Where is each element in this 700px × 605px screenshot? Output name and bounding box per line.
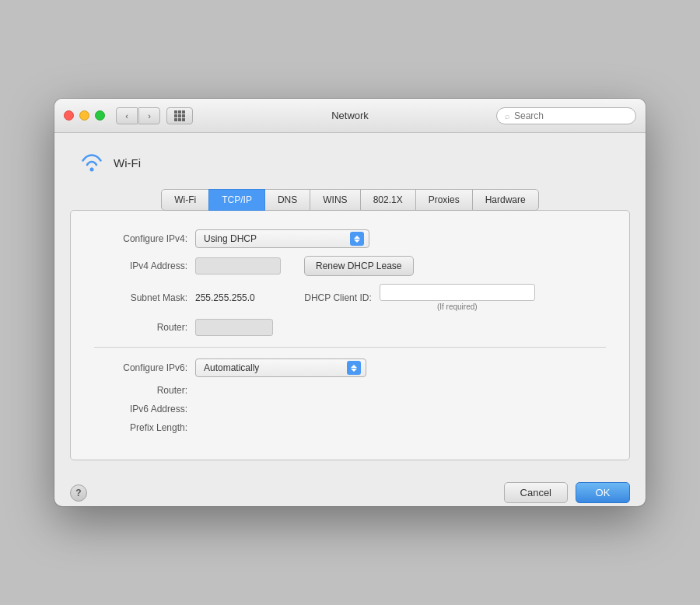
minimize-button[interactable]	[79, 110, 89, 121]
tab-wins[interactable]: WINS	[310, 189, 360, 211]
configure-ipv4-select-wrapper: Using DHCP Manually Off Using BootP Usin…	[195, 229, 369, 248]
svg-point-0	[90, 168, 94, 172]
traffic-lights	[64, 110, 105, 121]
content-area: Wi-Fi Wi-Fi TCP/IP DNS WINS 802.1X Proxi…	[54, 133, 646, 473]
dhcp-client-id-label: DHCP Client ID:	[278, 292, 380, 303]
prefix-length-label: Prefix Length:	[94, 422, 195, 433]
configure-ipv4-select[interactable]: Using DHCP Manually Off Using BootP Usin…	[195, 229, 369, 248]
configure-ipv6-select-wrapper: Automatically Manually Off Link-local on…	[195, 358, 366, 377]
tab-dns[interactable]: DNS	[264, 189, 310, 211]
prefix-length-row: Prefix Length:	[94, 422, 606, 433]
subnet-mask-label: Subnet Mask:	[94, 292, 195, 303]
subnet-mask-row: Subnet Mask: 255.255.255.0 DHCP Client I…	[94, 284, 606, 311]
router-label: Router:	[94, 322, 195, 333]
ipv4-address-value	[195, 257, 281, 275]
configure-ipv6-row: Configure IPv6: Automatically Manually O…	[94, 358, 606, 377]
footer: ? Cancel OK	[54, 473, 646, 506]
ipv4-address-label: IPv4 Address:	[94, 261, 195, 271]
window-title: Network	[331, 110, 369, 121]
renew-dhcp-button[interactable]: Renew DHCP Lease	[304, 256, 414, 276]
cancel-button[interactable]: Cancel	[504, 482, 568, 503]
router-row: Router:	[94, 319, 606, 336]
nav-buttons: ‹ ›	[116, 107, 160, 124]
wifi-header: Wi-Fi	[70, 149, 630, 177]
tab-8021x[interactable]: 802.1X	[360, 189, 416, 211]
ipv6-address-label: IPv6 Address:	[94, 404, 195, 414]
ipv4-address-row: IPv4 Address: Renew DHCP Lease	[94, 256, 606, 276]
tabs-bar: Wi-Fi TCP/IP DNS WINS 802.1X Proxies Har…	[70, 189, 630, 211]
router-value	[195, 319, 273, 336]
network-window: ‹ › Network ⌕	[54, 99, 646, 506]
maximize-button[interactable]	[95, 110, 105, 121]
tcpip-panel: Configure IPv4: Using DHCP Manually Off …	[70, 210, 630, 460]
dhcp-client-hint: (If required)	[437, 302, 478, 311]
grid-icon	[174, 110, 185, 121]
chevron-left-icon: ‹	[125, 111, 128, 121]
back-button[interactable]: ‹	[116, 107, 138, 124]
chevron-right-icon: ›	[148, 111, 151, 121]
dhcp-client-id-input[interactable]	[380, 284, 535, 301]
subnet-mask-value: 255.255.255.0	[195, 292, 255, 303]
ok-button[interactable]: OK	[576, 482, 630, 503]
grid-button[interactable]	[166, 107, 193, 124]
help-button[interactable]: ?	[70, 484, 87, 502]
search-icon: ⌕	[505, 111, 510, 121]
ipv6-address-row: IPv6 Address:	[94, 404, 606, 414]
tab-tcpip[interactable]: TCP/IP	[208, 189, 265, 211]
tab-wifi[interactable]: Wi-Fi	[161, 189, 209, 211]
search-box[interactable]: ⌕	[496, 107, 636, 124]
search-input[interactable]	[514, 110, 628, 121]
configure-ipv6-select[interactable]: Automatically Manually Off Link-local on…	[195, 358, 366, 377]
forward-button[interactable]: ›	[138, 107, 160, 124]
separator	[94, 347, 606, 348]
wifi-label: Wi-Fi	[114, 156, 141, 170]
tab-hardware[interactable]: Hardware	[472, 189, 539, 211]
footer-buttons: Cancel OK	[504, 482, 630, 503]
configure-ipv6-label: Configure IPv6:	[94, 362, 195, 373]
wifi-icon	[78, 149, 106, 177]
configure-ipv4-row: Configure IPv4: Using DHCP Manually Off …	[94, 229, 606, 248]
titlebar: ‹ › Network ⌕	[54, 99, 646, 133]
configure-ipv4-label: Configure IPv4:	[94, 233, 195, 244]
tab-proxies[interactable]: Proxies	[415, 189, 473, 211]
ipv6-router-label: Router:	[94, 385, 195, 396]
close-button[interactable]	[64, 110, 74, 121]
ipv6-router-row: Router:	[94, 385, 606, 396]
